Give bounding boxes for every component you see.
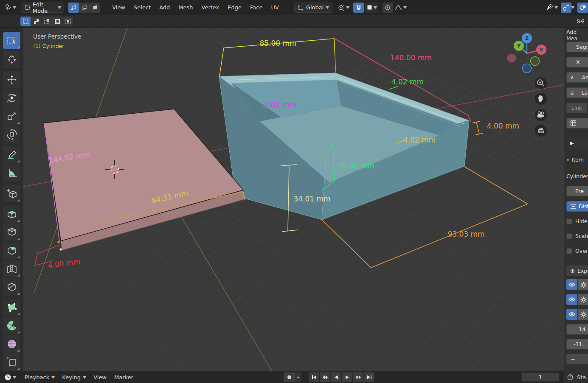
- tool-annotate[interactable]: [3, 146, 20, 163]
- tool-bevel[interactable]: [3, 242, 20, 259]
- select-mode-intersect-button[interactable]: [63, 17, 73, 26]
- distance-button[interactable]: Dista: [566, 201, 588, 212]
- override-checkbox[interactable]: Over: [566, 248, 588, 254]
- value-field-3[interactable]: --: [566, 354, 588, 364]
- pivot-point-dropdown[interactable]: [336, 3, 346, 13]
- angle-button[interactable]: ∧ An: [566, 72, 588, 83]
- falloff-chevron[interactable]: ▼: [403, 6, 407, 9]
- select-mode-subtract-button[interactable]: [42, 17, 52, 26]
- tool-edge-slide[interactable]: [3, 353, 20, 371]
- mode-select-dropdown[interactable]: Edit Mode ▼: [22, 3, 64, 13]
- tool-extrude[interactable]: [3, 205, 20, 223]
- playback-menu[interactable]: Playback ▼: [21, 372, 58, 382]
- scale-checkbox[interactable]: Scale: [566, 233, 588, 239]
- editor-type-chevron[interactable]: ▼: [13, 6, 17, 9]
- select-mode-extend-button[interactable]: [31, 17, 41, 26]
- editor-type-button[interactable]: [3, 3, 13, 13]
- settings-gear-button[interactable]: [578, 309, 588, 320]
- tool-loop-cut[interactable]: [3, 260, 20, 277]
- link-button[interactable]: Link: [566, 103, 587, 113]
- menu-mesh[interactable]: Mesh: [174, 3, 197, 13]
- select-mode-set-button[interactable]: [20, 17, 31, 26]
- poly-build-icon: [6, 302, 17, 313]
- menu-face[interactable]: Face: [246, 3, 267, 13]
- tool-measure[interactable]: [3, 164, 20, 182]
- frame-start-field[interactable]: Sta: [564, 371, 588, 383]
- gizmo-axis-y-neg[interactable]: [531, 57, 540, 66]
- tool-cursor[interactable]: [3, 50, 20, 68]
- timeline-editor-type-button[interactable]: [3, 372, 13, 382]
- jump-to-end-button[interactable]: [364, 372, 374, 382]
- zoom-button[interactable]: [535, 77, 547, 89]
- tool-smooth[interactable]: [3, 335, 20, 352]
- menu-view[interactable]: View: [108, 3, 129, 13]
- marker-menu[interactable]: Marker: [110, 372, 137, 382]
- visibility-eye-button[interactable]: [566, 279, 577, 290]
- tool-scale[interactable]: [3, 107, 20, 125]
- jump-to-start-button[interactable]: [309, 372, 319, 382]
- timeline-editor-chevron[interactable]: ▼: [13, 375, 17, 379]
- tool-rotate[interactable]: [3, 89, 20, 106]
- ortho-toggle-button[interactable]: [535, 125, 547, 137]
- edge-select-button[interactable]: [79, 3, 90, 13]
- xray-toggle[interactable]: [577, 3, 588, 13]
- pivot-chevron[interactable]: ▼: [346, 6, 349, 9]
- collapsed-panel-button[interactable]: ▶: [566, 137, 588, 149]
- face-select-button[interactable]: [90, 3, 100, 13]
- hide-checkbox[interactable]: Hide: [566, 218, 588, 224]
- timeline-view-menu[interactable]: View: [90, 372, 110, 382]
- expand-button[interactable]: ⊕ Expa: [566, 266, 588, 276]
- tool-spin[interactable]: [3, 317, 20, 334]
- prev-keyframe-button[interactable]: [320, 372, 330, 382]
- keying-options-chevron[interactable]: ▼: [295, 372, 301, 382]
- tool-move[interactable]: [3, 71, 20, 88]
- tool-poly-build[interactable]: [3, 299, 20, 316]
- proportional-falloff-dropdown[interactable]: [393, 3, 404, 13]
- item-panel-header[interactable]: ∨ Item: [566, 157, 584, 163]
- menu-edge[interactable]: Edge: [223, 3, 246, 13]
- snap-toggle-button[interactable]: [353, 3, 364, 13]
- label-button[interactable]: a La: [566, 87, 588, 98]
- keying-menu[interactable]: Keying ▼: [58, 372, 90, 382]
- value-field-2[interactable]: -11.: [566, 339, 588, 349]
- show-overlays-toggle[interactable]: [561, 3, 571, 13]
- menu-select[interactable]: Select: [129, 3, 155, 13]
- play-button[interactable]: [342, 372, 352, 382]
- menu-vertex[interactable]: Vertex: [197, 3, 224, 13]
- tool-knife[interactable]: [3, 278, 20, 296]
- 3d-viewport-icon: [4, 4, 12, 11]
- tool-inset[interactable]: [3, 224, 20, 241]
- gizmo-axis-x-neg[interactable]: [507, 54, 516, 63]
- visibility-eye-button[interactable]: [566, 309, 577, 320]
- gizmo-axis-z-neg[interactable]: [523, 64, 532, 73]
- menu-uv[interactable]: UV: [267, 3, 283, 13]
- current-frame-field[interactable]: 1: [521, 372, 560, 382]
- settings-gear-button[interactable]: [578, 279, 588, 290]
- menu-add[interactable]: Add: [155, 3, 174, 13]
- next-keyframe-button[interactable]: [353, 372, 363, 382]
- transform-orientation-dropdown[interactable]: Global ▼: [294, 3, 332, 13]
- overlays-chevron[interactable]: ▼: [571, 6, 575, 9]
- grid-measure-button[interactable]: [566, 118, 588, 129]
- tool-transform[interactable]: [3, 126, 20, 143]
- move-icon: [6, 74, 17, 85]
- auto-keying-button[interactable]: [284, 372, 295, 382]
- segments-button[interactable]: Segme: [566, 42, 588, 52]
- x-measure-button[interactable]: X: [566, 57, 588, 67]
- add-measures-header[interactable]: Add Mea: [566, 29, 588, 42]
- snap-target-dropdown[interactable]: ▼: [365, 3, 378, 13]
- value-field-1[interactable]: 14: [566, 324, 588, 335]
- show-gizmo-dropdown[interactable]: [544, 3, 555, 13]
- viewport-3d[interactable]: 85.00 mm 140.00 mm 4.02 mm 4.02 mm 4.00 …: [23, 28, 564, 371]
- tool-add-cube[interactable]: [3, 185, 20, 202]
- gizmo-chevron[interactable]: ▼: [554, 6, 558, 9]
- settings-gear-button[interactable]: [578, 294, 588, 305]
- vertex-select-button[interactable]: [68, 3, 79, 13]
- precision-field[interactable]: Pre 2: [566, 186, 588, 196]
- select-mode-invert-button[interactable]: [52, 17, 62, 26]
- visibility-eye-button[interactable]: [566, 294, 577, 305]
- play-reverse-button[interactable]: [331, 372, 341, 382]
- proportional-edit-toggle[interactable]: [383, 3, 393, 13]
- mirror-x-toggle[interactable]: [575, 17, 586, 26]
- tool-select-box[interactable]: [3, 32, 20, 49]
